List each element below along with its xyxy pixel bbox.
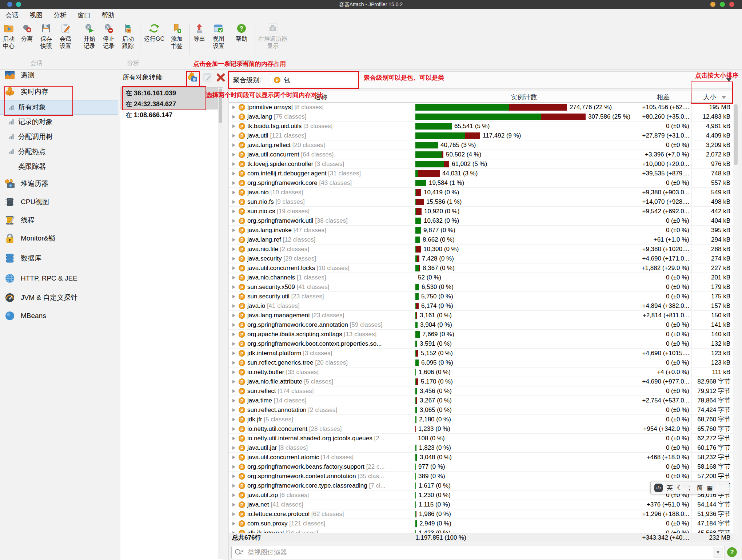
sidebar-item-数据库[interactable]: 数据库: [0, 251, 118, 265]
expand-arrow-icon[interactable]: [232, 333, 235, 336]
toolbar-button-save-snapshot[interactable]: 保存快照: [37, 23, 56, 50]
expand-arrow-icon[interactable]: [232, 276, 235, 279]
expand-arrow-icon[interactable]: [232, 399, 235, 402]
table-row[interactable]: Pjava.lang.invoke [47 classes]9,877 (0 %…: [229, 226, 733, 235]
table-row[interactable]: Psun.nio.fs [9 classes]15,586 (1 %)+14,0…: [229, 197, 733, 207]
expand-arrow-icon[interactable]: [232, 427, 235, 431]
expand-arrow-icon[interactable]: [232, 200, 235, 204]
close-button[interactable]: [729, 2, 734, 7]
expand-arrow-icon[interactable]: [232, 361, 235, 365]
sidebar-item-HTTP, RPC & JEE[interactable]: HTTP, RPC & JEE: [0, 271, 118, 285]
expand-arrow-icon[interactable]: [232, 181, 235, 185]
expand-arrow-icon[interactable]: [232, 446, 235, 450]
menu-会话[interactable]: 会话: [0, 9, 24, 21]
expand-arrow-icon[interactable]: [232, 191, 235, 194]
table-row[interactable]: Pjava.util.concurrent.locks [10 classes]…: [229, 263, 733, 273]
expand-arrow-icon[interactable]: [232, 314, 235, 317]
toolbar-button-start-tracking[interactable]: 启动跟踪: [119, 23, 137, 50]
help-icon[interactable]: ?: [727, 547, 737, 557]
dump-scrollbar[interactable]: [218, 88, 223, 559]
aggregation-level-select[interactable]: P 包: [270, 74, 357, 86]
expand-arrow-icon[interactable]: [232, 418, 235, 421]
expand-arrow-icon[interactable]: [232, 503, 235, 507]
table-row[interactable]: Pjava.nio.channels [1 classes]52 (0 %)0 …: [229, 273, 733, 282]
expand-arrow-icon[interactable]: [232, 124, 235, 128]
table-row[interactable]: Pjdk.jfr [5 classes]2,180 (0 %)0 (±0 %)6…: [229, 415, 733, 424]
expand-arrow-icon[interactable]: [232, 474, 235, 478]
expand-arrow-icon[interactable]: [232, 106, 235, 109]
expand-arrow-icon[interactable]: [232, 162, 235, 166]
expand-arrow-icon[interactable]: [232, 456, 235, 459]
table-row[interactable]: Psun.security.util [23 classes]5,750 (0 …: [229, 292, 733, 301]
ime-mode-；[interactable]: ；: [686, 484, 693, 492]
expand-arrow-icon[interactable]: [232, 323, 235, 327]
ime-mode-▦[interactable]: ▦: [707, 484, 713, 492]
table-row[interactable]: Psun.reflect [174 classes]3,456 (0 %)0 (…: [229, 386, 733, 396]
table-row[interactable]: Pjava.nio.file [2 classes]10,300 (0 %)+9…: [229, 245, 733, 254]
expand-arrow-icon[interactable]: [232, 437, 235, 440]
expand-arrow-icon[interactable]: [232, 210, 235, 213]
table-row[interactable]: Pjava.time [14 classes]3,267 (0 %)+2,754…: [229, 396, 733, 405]
expand-arrow-icon[interactable]: [232, 493, 235, 497]
expand-arrow-icon[interactable]: [232, 512, 235, 516]
table-row[interactable]: Ptk.baidu.fsg.uid.utils [3 classes]65,54…: [229, 122, 733, 131]
maximize-button[interactable]: [720, 2, 725, 7]
sidebar-item-telemetry[interactable]: 遥测: [0, 68, 118, 82]
expand-arrow-icon[interactable]: [232, 389, 235, 393]
expand-arrow-icon[interactable]: [232, 247, 235, 251]
table-row[interactable]: Pjava.security [29 classes]7,428 (0 %)+4…: [229, 254, 733, 263]
table-row[interactable]: Pcom.sun.proxy [121 classes]2,949 (0 %)0…: [229, 519, 733, 528]
table-row[interactable]: Pjava.util.concurrent.atomic [14 classes…: [229, 453, 733, 462]
sidebar-item-记录的对象[interactable]: 记录的对象: [0, 115, 118, 129]
table-row[interactable]: Pjdk.internal.platform [3 classes]5,152 …: [229, 349, 733, 358]
table-row[interactable]: Pjava.lang.ref [12 classes]8,662 (0 %)+6…: [229, 235, 733, 245]
expand-arrow-icon[interactable]: [232, 370, 235, 374]
table-scrollbar[interactable]: [733, 103, 738, 533]
column-header-diff[interactable]: 相差: [635, 91, 691, 103]
filter-dropdown-button[interactable]: ▼: [713, 548, 723, 557]
menu-窗口[interactable]: 窗口: [72, 9, 96, 21]
sidebar-item-堆遍历器[interactable]: 堆遍历器: [0, 177, 118, 191]
toolbar-button-export[interactable]: 导出: [190, 23, 209, 43]
table-row[interactable]: Pcom.intellij.rt.debugger.agent [31 clas…: [229, 169, 733, 178]
table-row[interactable]: Porg.springframework.util [38 classes]10…: [229, 216, 733, 226]
expand-arrow-icon[interactable]: [232, 484, 235, 488]
toolbar-button-session-settings[interactable]: 会话设置: [56, 23, 75, 50]
expand-arrow-icon[interactable]: [232, 219, 235, 223]
expand-arrow-icon[interactable]: [232, 134, 235, 138]
table-row[interactable]: Psun.security.x509 [41 classes]6,530 (0 …: [229, 282, 733, 292]
table-row[interactable]: Pjava.io [41 classes]6,174 (0 %)+4,894 (…: [229, 301, 733, 311]
table-scrollbar-thumb[interactable]: [734, 104, 738, 165]
expand-arrow-icon[interactable]: [232, 238, 235, 242]
sidebar-item-分配调用树[interactable]: 分配调用树: [0, 130, 118, 144]
expand-arrow-icon[interactable]: [232, 465, 235, 469]
table-row[interactable]: Pjava.util.jar [8 classes]1,823 (0 %)0 (…: [229, 443, 733, 453]
expand-arrow-icon[interactable]: [232, 229, 235, 232]
search-icon[interactable]: [235, 549, 243, 556]
expand-arrow-icon[interactable]: [232, 522, 235, 525]
table-row[interactable]: Pjava.net [41 classes]1,115 (0 %)+376 (+…: [229, 500, 733, 509]
toolbar-button-view-settings[interactable]: 视图设置: [209, 23, 228, 50]
table-row[interactable]: Pio.netty.util.internal.shaded.org.jctoo…: [229, 434, 733, 443]
expand-arrow-icon[interactable]: [232, 257, 235, 261]
table-row[interactable]: Porg.springframework.boot.context.proper…: [229, 339, 733, 349]
expand-arrow-icon[interactable]: [232, 266, 235, 270]
sidebar-item-线程[interactable]: 线程: [0, 213, 118, 227]
expand-arrow-icon[interactable]: [232, 115, 235, 119]
sidebar-item-类跟踪器[interactable]: 类跟踪器: [0, 160, 136, 174]
sidebar-item-实时内存[interactable]: 实时内存: [0, 85, 118, 99]
table-row[interactable]: Pjdk.jfr.internal [24 classes]1,423 (0 %…: [229, 528, 733, 533]
expand-arrow-icon[interactable]: [232, 342, 235, 346]
table-row[interactable]: Porg.springframework.context.annotation …: [229, 472, 733, 481]
ime-mode-简[interactable]: 简: [697, 484, 703, 492]
table-row[interactable]: Porg.apache.ibatis.scripting.xmltags [13…: [229, 330, 733, 339]
table-row[interactable]: Pio.netty.util.concurrent [28 classes]1,…: [229, 424, 733, 434]
minimize-button[interactable]: [710, 2, 715, 7]
expand-arrow-icon[interactable]: [232, 143, 235, 147]
delete-dump-button[interactable]: [215, 72, 226, 84]
menu-帮助[interactable]: 帮助: [96, 9, 120, 21]
edit-dump-button[interactable]: [202, 72, 213, 84]
sidebar-item-分配热点[interactable]: 分配热点: [0, 145, 118, 159]
table-row[interactable]: Porg.springframework.core.annotation [59…: [229, 320, 733, 330]
table-row[interactable]: Ptk.lovejj.spider.controller [3 classes]…: [229, 159, 733, 169]
